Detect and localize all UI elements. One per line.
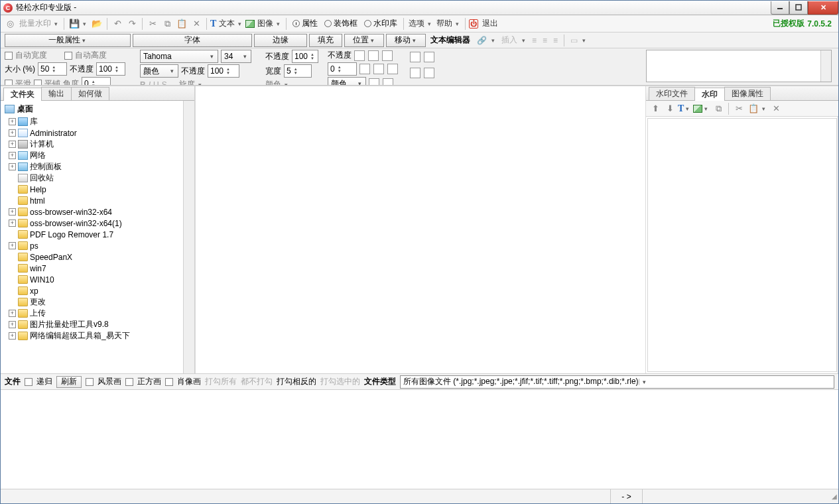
swatch[interactable]: [369, 78, 379, 86]
tree-node[interactable]: +网络编辑超级工具箱_易天下: [1, 330, 183, 342]
uncheck-all-button[interactable]: 都不打勾: [241, 376, 273, 387]
minimize-button[interactable]: [771, 1, 789, 15]
tree-node[interactable]: 回收站: [1, 172, 183, 184]
tab-output[interactable]: 输出: [41, 87, 72, 100]
tree-node[interactable]: +ps: [1, 240, 183, 251]
tree-node[interactable]: +网络: [1, 150, 183, 161]
pos-box[interactable]: [410, 68, 420, 78]
tree-node[interactable]: +库: [1, 116, 183, 127]
expand-icon[interactable]: +: [9, 208, 16, 216]
tab-wmfile[interactable]: 水印文件: [649, 87, 695, 100]
link-icon[interactable]: 🔗: [475, 36, 489, 45]
copy-icon[interactable]: ⧉: [161, 17, 174, 31]
radio-properties[interactable]: 属性: [290, 18, 320, 29]
fill-button[interactable]: 填充: [309, 34, 342, 47]
swatch[interactable]: [373, 64, 384, 74]
swatch[interactable]: [368, 50, 379, 61]
dropdown-icon[interactable]: ▾: [237, 21, 244, 27]
font-button[interactable]: 字体: [133, 34, 252, 47]
position-dropdown[interactable]: 位置▾: [344, 34, 384, 47]
expand-icon[interactable]: +: [9, 220, 16, 227]
align-left-icon[interactable]: ≡: [530, 36, 539, 45]
file-list-area[interactable]: [1, 389, 838, 489]
up-icon[interactable]: ⬆: [649, 102, 662, 115]
tab-folder[interactable]: 文件夹: [3, 88, 42, 101]
paste-icon[interactable]: 📋: [747, 102, 760, 115]
color-select[interactable]: 颜色▾: [140, 64, 178, 78]
folder-tree[interactable]: 桌面 +库+Administrator+计算机+网络+控制面板回收站Helpht…: [1, 101, 183, 373]
dropdown-icon[interactable]: ▾: [491, 37, 497, 44]
delete-icon[interactable]: ✕: [769, 102, 783, 115]
expand-icon[interactable]: +: [9, 118, 16, 125]
tree-node[interactable]: +上传: [1, 308, 183, 319]
dropdown-icon[interactable]: ▾: [427, 21, 434, 27]
dropdown-icon[interactable]: ▾: [521, 37, 528, 44]
undo-icon[interactable]: ↶: [111, 17, 124, 31]
scrollbar[interactable]: [183, 101, 194, 373]
opacity-spinner[interactable]: 100▲▼: [96, 62, 125, 76]
dropdown-icon[interactable]: ▾: [276, 21, 283, 27]
check-selected-button[interactable]: 打勾选中的: [320, 376, 360, 387]
expand-icon[interactable]: +: [9, 141, 16, 148]
radio-decor[interactable]: 装饰框: [322, 18, 360, 29]
text-icon[interactable]: T: [678, 103, 684, 114]
swatch[interactable]: [383, 78, 393, 86]
pos-box[interactable]: [424, 68, 434, 78]
tree-node[interactable]: +控制面板: [1, 161, 183, 172]
down-icon[interactable]: ⬇: [663, 102, 677, 115]
watermark-list[interactable]: [647, 118, 837, 372]
text-tool-button[interactable]: 文本: [218, 18, 236, 29]
tree-node[interactable]: +Administrator: [1, 127, 183, 139]
dropdown-icon[interactable]: ▾: [455, 21, 462, 27]
copy-icon[interactable]: ⧉: [712, 102, 725, 115]
tree-root[interactable]: 桌面: [1, 102, 183, 116]
move-dropdown[interactable]: 移动▾: [386, 34, 426, 47]
tab-howto[interactable]: 如何做: [71, 87, 109, 100]
color-opacity-spinner[interactable]: 100▲▼: [208, 64, 239, 78]
save-icon[interactable]: 💾: [68, 17, 81, 31]
tab-wm[interactable]: 水印: [694, 88, 725, 101]
dropdown-icon[interactable]: ▾: [704, 105, 710, 112]
batch-watermark-button[interactable]: 批量水印: [18, 18, 52, 29]
tree-node[interactable]: html: [1, 195, 183, 206]
fontsize-select[interactable]: 34▾: [221, 50, 251, 63]
fill-color-select[interactable]: 颜色▾: [328, 77, 366, 86]
align-right-icon[interactable]: ≡: [551, 36, 560, 45]
tab-imgprop[interactable]: 图像属性: [724, 87, 771, 100]
recursive-checkbox[interactable]: [25, 378, 32, 386]
tree-node[interactable]: SpeedPanX: [1, 251, 183, 263]
width-spinner[interactable]: 5▲▼: [284, 64, 312, 78]
align-center-icon[interactable]: ≡: [541, 36, 549, 45]
tree-node[interactable]: +oss-browser-win32-x64: [1, 206, 183, 218]
tile-checkbox[interactable]: [34, 80, 42, 86]
swatch[interactable]: [359, 64, 370, 74]
dropdown-icon[interactable]: ▾: [685, 105, 692, 112]
preview-canvas[interactable]: [195, 86, 646, 373]
open-icon[interactable]: 📂: [90, 17, 103, 31]
square-checkbox[interactable]: [125, 378, 133, 386]
general-props-dropdown[interactable]: 一般属性▾: [5, 34, 131, 47]
tree-node[interactable]: +图片批量处理工具v9.8: [1, 319, 183, 330]
maximize-button[interactable]: [789, 1, 808, 15]
cut-icon[interactable]: ✂: [732, 102, 745, 115]
insert-button[interactable]: 插入: [499, 34, 519, 46]
resize-grip[interactable]: ◢: [828, 491, 838, 501]
dropdown-icon[interactable]: ▾: [54, 21, 60, 27]
cut-icon[interactable]: ✂: [146, 17, 159, 31]
swatch[interactable]: [382, 50, 393, 61]
close-button[interactable]: ✕: [808, 1, 838, 15]
pos-box[interactable]: [410, 52, 420, 62]
swatch[interactable]: [354, 50, 365, 61]
pos-box[interactable]: [424, 52, 434, 62]
angle-spinner[interactable]: 0▲▼: [82, 77, 111, 86]
edge-opacity-spinner[interactable]: 100▲▼: [292, 50, 318, 63]
exit-button[interactable]: 退出: [481, 18, 499, 29]
expand-icon[interactable]: +: [9, 163, 16, 170]
font-select[interactable]: Tahoma▾: [140, 50, 218, 63]
paste-icon[interactable]: 📋: [175, 17, 188, 31]
tree-node[interactable]: +oss-browser-win32-x64(1): [1, 218, 183, 229]
expand-icon[interactable]: +: [9, 321, 16, 328]
auto-width-checkbox[interactable]: [5, 52, 13, 60]
expand-icon[interactable]: +: [9, 152, 16, 159]
refresh-button[interactable]: 刷新: [56, 376, 82, 388]
